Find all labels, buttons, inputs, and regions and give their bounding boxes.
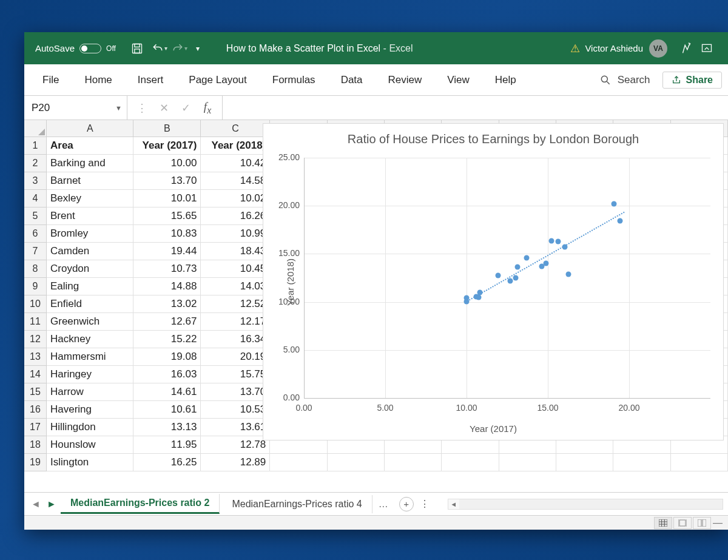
sheet-tabs-more[interactable]: … bbox=[379, 499, 388, 510]
cell[interactable]: Hounslow bbox=[47, 436, 133, 454]
chart-data-point[interactable] bbox=[464, 299, 470, 305]
row-header[interactable]: 9 bbox=[24, 278, 47, 295]
formula-input[interactable] bbox=[223, 96, 728, 120]
cell[interactable]: Hillingdon bbox=[47, 419, 133, 436]
tab-file[interactable]: File bbox=[30, 64, 71, 95]
cell[interactable]: 10.61 bbox=[133, 401, 201, 419]
cell[interactable]: 15.22 bbox=[133, 331, 201, 348]
autosave-toggle[interactable] bbox=[79, 44, 101, 53]
chart-data-point[interactable] bbox=[507, 278, 513, 284]
view-normal-button[interactable] bbox=[654, 517, 672, 529]
cell[interactable]: 14.58 bbox=[201, 172, 270, 190]
view-page-layout-button[interactable] bbox=[673, 517, 692, 529]
cell[interactable]: 13.13 bbox=[133, 419, 201, 436]
cell[interactable] bbox=[328, 454, 385, 471]
cell[interactable] bbox=[671, 454, 728, 471]
cell[interactable]: 16.03 bbox=[133, 366, 201, 383]
cell[interactable]: 10.02 bbox=[201, 190, 270, 207]
cell[interactable]: Bromley bbox=[47, 225, 133, 243]
tab-view[interactable]: View bbox=[435, 64, 482, 95]
row-header[interactable]: 12 bbox=[24, 331, 47, 348]
cell[interactable] bbox=[270, 454, 327, 471]
chart-title[interactable]: Ratio of House Prices to Earnings by Lon… bbox=[263, 124, 723, 150]
cell[interactable]: 14.03 bbox=[201, 278, 270, 295]
cell[interactable]: Bexley bbox=[47, 190, 133, 207]
row-header[interactable]: 5 bbox=[24, 207, 47, 225]
cell[interactable]: 13.70 bbox=[133, 172, 201, 190]
view-page-break-button[interactable] bbox=[693, 517, 711, 529]
cell[interactable]: Enfield bbox=[47, 295, 133, 313]
chart-data-point[interactable] bbox=[548, 238, 554, 244]
cell[interactable]: 12.67 bbox=[133, 313, 201, 331]
cell[interactable]: Barnet bbox=[47, 172, 133, 190]
cell[interactable]: Greenwich bbox=[47, 313, 133, 331]
horizontal-scrollbar[interactable]: ◄ bbox=[448, 499, 723, 510]
redo-icon[interactable] bbox=[167, 38, 188, 59]
ribbon-display-icon[interactable] bbox=[696, 38, 717, 59]
share-button[interactable]: Share bbox=[662, 72, 722, 89]
cell[interactable]: Hackney bbox=[47, 331, 133, 348]
cell[interactable] bbox=[556, 454, 613, 471]
cell[interactable]: Haringey bbox=[47, 366, 133, 383]
chevron-down-icon[interactable]: ▼ bbox=[115, 104, 122, 112]
tell-me-search[interactable]: Search bbox=[599, 74, 650, 86]
row-header[interactable]: 8 bbox=[24, 260, 47, 278]
row-header[interactable]: 19 bbox=[24, 454, 47, 471]
cell[interactable]: Ealing bbox=[47, 278, 133, 295]
account-control[interactable]: Victor Ashiedu VA bbox=[585, 39, 667, 58]
cell[interactable]: 11.95 bbox=[133, 436, 201, 454]
tab-formulas[interactable]: Formulas bbox=[260, 64, 328, 95]
chart-object[interactable]: Ratio of House Prices to Earnings by Lon… bbox=[263, 123, 724, 440]
row-header[interactable]: 16 bbox=[24, 401, 47, 419]
row-header[interactable]: 15 bbox=[24, 383, 47, 401]
chart-data-point[interactable] bbox=[617, 218, 622, 224]
tab-help[interactable]: Help bbox=[483, 64, 528, 95]
zoom-out-button[interactable]: — bbox=[712, 518, 723, 528]
add-sheet-button[interactable]: + bbox=[399, 497, 414, 511]
cell[interactable] bbox=[442, 454, 499, 471]
chart-data-point[interactable] bbox=[474, 294, 479, 300]
autosave-control[interactable]: AutoSave Off bbox=[35, 43, 116, 53]
chart-data-point[interactable] bbox=[513, 275, 518, 280]
cell[interactable]: 14.61 bbox=[133, 383, 201, 401]
cell[interactable]: 12.89 bbox=[201, 454, 270, 471]
sheet-nav-prev[interactable]: ◄ bbox=[29, 498, 42, 511]
chart-data-point[interactable] bbox=[612, 201, 617, 207]
chart-data-point[interactable] bbox=[565, 271, 571, 277]
chart-data-point[interactable] bbox=[539, 263, 544, 269]
cell[interactable]: 12.78 bbox=[201, 436, 270, 454]
sheet-tab-active[interactable]: MedianEarnings-Prices ratio 2 bbox=[61, 494, 220, 514]
cell[interactable]: Camden bbox=[47, 243, 133, 260]
cell[interactable]: 15.75 bbox=[201, 366, 270, 383]
cell[interactable] bbox=[613, 454, 670, 471]
row-header[interactable]: 17 bbox=[24, 419, 47, 436]
sheet-nav-next[interactable]: ► bbox=[45, 498, 58, 511]
row-header[interactable]: 13 bbox=[24, 348, 47, 366]
row-header[interactable]: 2 bbox=[24, 155, 47, 172]
cell[interactable]: Havering bbox=[47, 401, 133, 419]
cancel-formula-icon[interactable]: ✕ bbox=[153, 96, 175, 120]
dots-icon[interactable]: ⋮ bbox=[131, 96, 153, 120]
column-header-C[interactable]: C bbox=[201, 120, 270, 137]
warning-icon[interactable]: ⚠ bbox=[570, 42, 580, 55]
cell[interactable]: 10.42 bbox=[201, 155, 270, 172]
cell[interactable] bbox=[499, 454, 556, 471]
row-header[interactable]: 18 bbox=[24, 436, 47, 454]
cell[interactable]: 19.44 bbox=[133, 243, 201, 260]
tab-page-layout[interactable]: Page Layout bbox=[177, 64, 258, 95]
chart-data-point[interactable] bbox=[496, 272, 501, 278]
worksheet-area[interactable]: ABCDEFGHIJK 1234567891011121314151617181… bbox=[24, 120, 728, 492]
cell[interactable]: Harrow bbox=[47, 383, 133, 401]
cell[interactable]: 10.00 bbox=[133, 155, 201, 172]
cell[interactable]: 20.19 bbox=[201, 348, 270, 366]
save-icon[interactable] bbox=[127, 38, 147, 59]
qat-customize-icon[interactable]: ▾ bbox=[187, 38, 208, 59]
cell[interactable]: 16.25 bbox=[133, 454, 201, 471]
tab-review[interactable]: Review bbox=[376, 64, 434, 95]
enter-formula-icon[interactable]: ✓ bbox=[175, 96, 197, 120]
row-header[interactable]: 4 bbox=[24, 190, 47, 207]
cell[interactable]: Croydon bbox=[47, 260, 133, 278]
row-header[interactable]: 3 bbox=[24, 172, 47, 190]
cell[interactable]: Islington bbox=[47, 454, 133, 471]
cell[interactable]: Year (2018) bbox=[201, 137, 270, 155]
